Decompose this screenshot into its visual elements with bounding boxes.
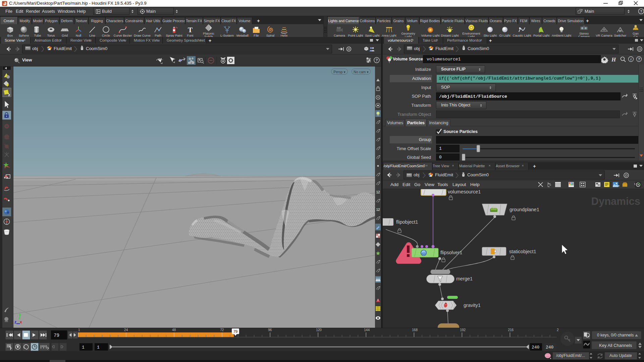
svg-text:2: 2 xyxy=(557,328,559,332)
svg-text:x: x xyxy=(20,320,22,324)
svg-text:T: T xyxy=(188,26,193,34)
svg-text:Dynamics: Dynamics xyxy=(591,195,640,207)
svg-text:216: 216 xyxy=(508,328,514,332)
svg-text:staticobject1: staticobject1 xyxy=(509,249,536,254)
svg-text:79: 79 xyxy=(233,329,237,333)
svg-text:volumesource1: volumesource1 xyxy=(448,189,481,194)
svg-text:?: ? xyxy=(376,58,378,62)
svg-text:240: 240 xyxy=(546,345,553,350)
svg-text:1: 1 xyxy=(82,345,85,350)
svg-text:?: ? xyxy=(640,9,642,13)
svg-text:192: 192 xyxy=(460,328,466,332)
svg-text:72: 72 xyxy=(220,328,224,332)
svg-text:H: H xyxy=(611,56,616,63)
svg-text:flipsolver1: flipsolver1 xyxy=(440,250,462,255)
svg-text:24: 24 xyxy=(124,328,128,332)
svg-text:groundplane1: groundplane1 xyxy=(509,207,539,212)
svg-text:gravity1: gravity1 xyxy=(464,303,481,308)
svg-text:+: + xyxy=(618,184,620,188)
svg-text:z: z xyxy=(14,320,16,324)
svg-text:1: 1 xyxy=(97,345,100,350)
svg-text:96: 96 xyxy=(268,328,272,332)
svg-text:48: 48 xyxy=(172,328,176,332)
svg-text:0 keys, 0/0 channels: 0 keys, 0/0 channels xyxy=(597,333,634,337)
svg-text:?: ? xyxy=(638,57,640,61)
svg-text:1: 1 xyxy=(78,328,80,332)
svg-text:120: 120 xyxy=(316,328,322,332)
svg-text:merge1: merge1 xyxy=(456,276,473,281)
svg-text:12: 12 xyxy=(376,190,380,194)
svg-text:!: ! xyxy=(378,299,379,302)
svg-text:144: 144 xyxy=(364,328,370,332)
svg-text:168: 168 xyxy=(412,328,418,332)
svg-text:79: 79 xyxy=(54,333,59,338)
svg-text:12: 12 xyxy=(376,208,380,212)
svg-text:Key All Channels: Key All Channels xyxy=(599,343,632,348)
svg-text:i: i xyxy=(630,57,632,61)
svg-text:flipobject1: flipobject1 xyxy=(396,219,418,225)
svg-text:240: 240 xyxy=(532,345,539,350)
